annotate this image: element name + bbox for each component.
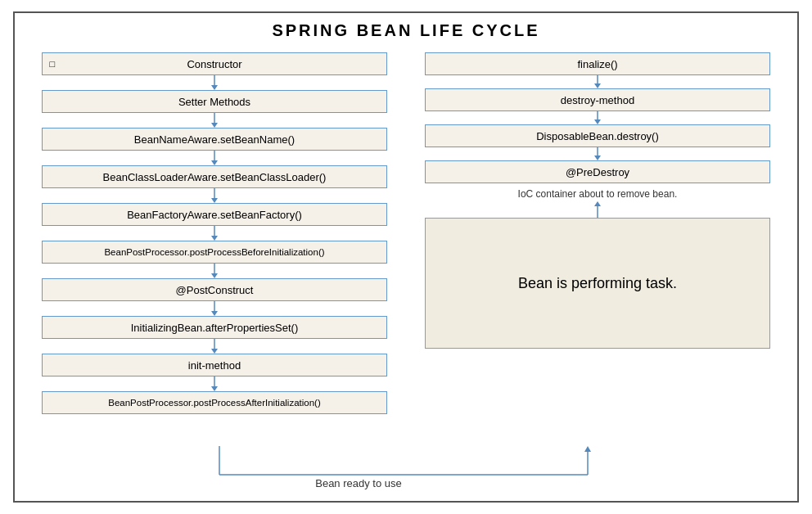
step-constructor: Constructor [42,52,386,75]
bean-ready-label: Bean ready to use [315,477,402,489]
step-init-method: init-method [42,354,386,376]
step-setter-methods: Setter Methods [42,90,386,113]
arrow-2 [210,113,219,128]
step-finalize: finalize() [425,52,769,75]
svg-marker-25 [594,201,601,206]
step-destroy-method: destroy-method [425,88,769,111]
step-post-construct: @PostConstruct [42,278,386,301]
step-initializing-bean: InitializingBean.afterPropertiesSet() [42,316,386,339]
step-post-process-after: BeanPostProcessor.postProcessAfterInitia… [42,391,386,414]
diagram-title: SPRING BEAN LIFE CYCLE [23,21,789,40]
right-arrow-3 [593,147,602,160]
step-pre-destroy: @PreDestroy [425,160,769,183]
right-arrow-2 [593,111,602,124]
svg-marker-29 [584,446,591,452]
right-arrow-up [593,201,602,218]
ioc-text: IoC container about to remove bean. [518,188,678,200]
step-post-process-before: BeanPostProcessor.postProcessBeforeIniti… [42,241,386,264]
step-disposable-bean: DisposableBean.destroy() [425,124,769,147]
right-column: finalize() destroy-method [406,48,789,487]
left-column: Constructor Setter Methods BeanN [23,48,406,487]
diagram-container: SPRING BEAN LIFE CYCLE Constructor Sette… [13,11,799,503]
arrow-4 [210,188,219,203]
step-bean-name-aware: BeanNameAware.setBeanName() [42,128,386,151]
right-arrow-1 [593,75,602,88]
right-top-group: finalize() destroy-method [425,52,769,349]
bean-performing-box: Bean is performing task. [425,218,769,349]
arrow-6 [210,264,219,278]
arrow-1 [210,75,219,90]
step-bean-class-loader-aware: BeanClassLoaderAware.setBeanClassLoader(… [42,165,386,188]
arrow-3 [210,151,219,165]
arrow-5 [210,226,219,241]
arrow-7 [210,301,219,316]
columns: Constructor Setter Methods BeanN [23,48,789,487]
step-bean-factory-aware: BeanFactoryAware.setBeanFactory() [42,203,386,226]
arrow-9 [210,376,219,391]
arrow-8 [210,339,219,354]
bottom-arrows-svg: Bean ready to use [31,446,784,491]
